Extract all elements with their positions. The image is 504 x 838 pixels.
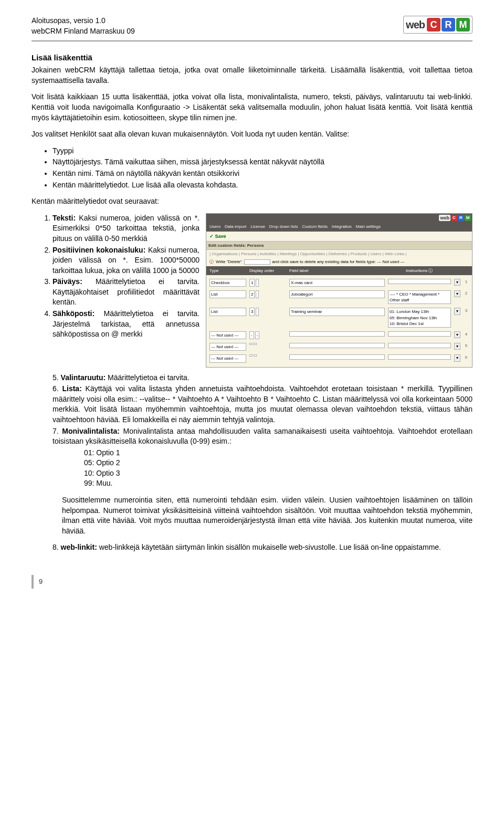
embed-delete-rest: and click save to delete any existing da… [272, 259, 405, 265]
cell-idx: 5 [464, 343, 469, 349]
embed-logo-r: R [458, 215, 464, 221]
cell-label [289, 331, 385, 337]
embed-logo: web C R M [439, 215, 471, 222]
paragraph-intro-1: Jokainen webCRM käyttäjä tallettaa tieto… [32, 65, 472, 86]
nav-item: Drop down lists [269, 224, 298, 229]
cell-idx: 6 [464, 354, 469, 360]
cell-instr [388, 279, 451, 284]
nav-item: Data import [225, 224, 246, 229]
option-line: 01: Optio 1 [84, 448, 472, 458]
nav-item: Integration [332, 224, 352, 229]
embed-nav: Users Data import License Drop down list… [206, 222, 472, 231]
table-row: List 3 Training seminar 01: London May 1… [209, 306, 469, 330]
table-row: --- Not used --- ▾ 5 [209, 341, 469, 353]
paragraph-fielddefs: Kentän määrittelytiedot ovat seuraavat: [32, 196, 472, 207]
list-item: Tyyppi [52, 146, 472, 156]
li-text: Käyttäjä voi valita listasta yhden annet… [52, 384, 472, 424]
nav-item: License [250, 224, 265, 229]
embedded-screenshot: web C R M Users Data import License Drop… [206, 213, 472, 368]
cell-expand: ▾ [454, 331, 460, 338]
nav-item: Users [209, 224, 220, 229]
li-bold: Positiivinen kokonaisluku: [52, 246, 145, 254]
cell-type: List [209, 308, 246, 316]
logo-m-box: M [456, 18, 470, 32]
page-header: Aloitusopas, versio 1.0 webCRM Finland M… [32, 16, 472, 36]
cell-type: Checkbox [209, 279, 246, 287]
embed-save: ✓ Save [206, 232, 472, 242]
cell-idx: 4 [464, 331, 469, 337]
cell-label [289, 343, 385, 348]
embed-logo-c: C [451, 215, 457, 221]
list-item: Valintaruutu: Määrittelytietoa ei tarvit… [52, 373, 472, 383]
cell-order [249, 343, 286, 345]
th: Instructions ⓘ [406, 268, 469, 274]
cell-expand: ▾ [454, 354, 460, 361]
embed-delete-input [244, 259, 270, 265]
options-block: 01: Optio 1 05: Optio 2 10: Optio 3 99: … [84, 448, 472, 489]
cell-instr: ---- * CEO * Management * Other staff [388, 290, 451, 304]
option-line: 10: Optio 3 [84, 468, 472, 479]
embed-table-body: Checkbox 1 X-mas card ▾ 1 List 2 Jobcate… [206, 275, 472, 367]
list-item: Positiivinen kokonaisluku: Kaksi numeroa… [52, 245, 200, 276]
logo-r-box: R [442, 18, 455, 32]
cell-idx: 2 [464, 290, 469, 296]
cell-instr [388, 331, 451, 337]
li-bold: Valintaruutu: [61, 373, 106, 382]
th: Display order [249, 268, 286, 274]
cell-expand: ▾ [454, 279, 460, 286]
embed-topbar: web C R M [206, 214, 472, 223]
li-text: web-linkkejä käytetään siirtymän linkin … [97, 543, 441, 551]
table-row: --- Not used --- ▾ 6 [209, 353, 469, 364]
logo-c-box: C [427, 18, 440, 32]
header-title-block: Aloitusopas, versio 1.0 webCRM Finland M… [32, 16, 135, 36]
cell-type: --- Not used --- [209, 354, 246, 362]
doc-title: Aloitusopas, versio 1.0 [32, 16, 135, 26]
cell-order: 2 [249, 290, 286, 298]
table-row: List 2 Jobcategori ---- * CEO * Manageme… [209, 289, 469, 306]
cell-expand: ▾ [454, 308, 460, 315]
nav-item: Custom fields [302, 224, 328, 229]
embed-logo-web: web [439, 215, 450, 222]
embed-table-head: Type Display order Field label Instructi… [206, 266, 472, 275]
table-row: --- Not used --- -- ▾ 4 [209, 330, 469, 341]
cell-type: List [209, 290, 246, 298]
li-bold: web-linkit: [61, 543, 97, 551]
option-line: 05: Optio 2 [84, 458, 472, 468]
list-item: Päiväys: Määrittelytietoa ei tarvita. Kä… [52, 277, 200, 308]
embed-delete-row: ⓘ Write "Delete" and click save to delet… [206, 258, 472, 266]
logo-crm-boxes: C R M [427, 18, 470, 32]
li-bold: Päiväys: [52, 277, 82, 286]
list-item: Monivalintalista: Monivalintalista antaa… [52, 426, 472, 447]
paragraph-intro-3: Jos valitset Henkilöt saat alla olevan k… [32, 129, 472, 140]
cell-instr: 01: London May 13th 05: Birmingham Nov 1… [388, 308, 451, 328]
cell-label [289, 354, 385, 360]
option-line: 99: Muu. [84, 478, 472, 489]
ordered-list-8: web-linkit: web-linkkejä käytetään siirt… [52, 542, 472, 553]
cell-order: 1 [249, 279, 286, 287]
cell-label: Jobcategori [289, 290, 385, 298]
ordered-list-left: Teksti: Kaksi numeroa, joiden välissä on… [32, 213, 200, 341]
cell-instr [388, 343, 451, 348]
webcrm-logo: web C R M [403, 16, 472, 34]
cell-type: --- Not used --- [209, 331, 246, 339]
li-bold: Lista: [62, 384, 81, 393]
list-item: web-linkit: web-linkkejä käytetään siirt… [52, 542, 472, 553]
bullet-list: Tyyppi Näyttöjärjestys. Tämä vaikuttaa s… [52, 146, 472, 190]
table-row: Checkbox 1 X-mas card ▾ 1 [209, 277, 469, 289]
section-title: Lisää lisäkenttiä [32, 52, 472, 63]
cell-order: -- [249, 331, 286, 339]
list-item: Kentän nimi. Tämä on näytöllä näkyvän ke… [52, 169, 472, 179]
embed-delete-lead: Write "Delete" [216, 259, 242, 265]
paragraph-recommendation: Suosittelemme numerointia siten, että nu… [62, 495, 472, 536]
embed-tabs: | Organisations | Persons | Activities |… [206, 250, 472, 258]
list-item: Teksti: Kaksi numeroa, joiden välissä on… [52, 213, 200, 244]
embed-logo-m: M [465, 215, 471, 221]
header-divider [32, 40, 472, 41]
nav-item: Main settings [356, 224, 381, 229]
ordered-list-continued: Valintaruutu: Määrittelytietoa ei tarvit… [52, 373, 472, 447]
list-item: Näyttöjärjestys. Tämä vaikuttaa siihen, … [52, 157, 472, 167]
doc-subtitle: webCRM Finland Marraskuu 09 [32, 26, 135, 37]
li-bold: Sähköposti: [52, 309, 94, 318]
cell-label: Training seminar [289, 308, 385, 316]
cell-instr [388, 354, 451, 360]
